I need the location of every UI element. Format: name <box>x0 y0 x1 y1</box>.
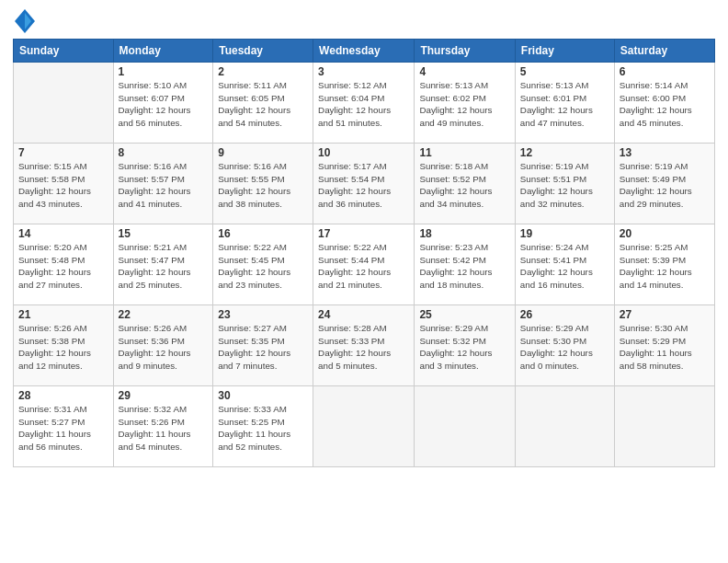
day-info: Sunrise: 5:16 AM Sunset: 5:57 PM Dayligh… <box>119 160 209 211</box>
day-number: 18 <box>419 227 509 240</box>
day-info: Sunrise: 5:19 AM Sunset: 5:49 PM Dayligh… <box>620 160 710 211</box>
day-info: Sunrise: 5:12 AM Sunset: 6:04 PM Dayligh… <box>318 79 409 130</box>
day-number: 12 <box>520 146 609 159</box>
day-info: Sunrise: 5:26 AM Sunset: 5:38 PM Dayligh… <box>18 322 108 373</box>
day-info: Sunrise: 5:28 AM Sunset: 5:33 PM Dayligh… <box>318 322 409 373</box>
day-number: 1 <box>119 65 209 78</box>
day-number: 20 <box>620 227 710 240</box>
day-info: Sunrise: 5:21 AM Sunset: 5:47 PM Dayligh… <box>119 241 209 292</box>
col-header-saturday: Saturday <box>614 40 714 63</box>
day-number: 28 <box>18 389 108 402</box>
day-number: 27 <box>620 308 710 321</box>
calendar-header-row: SundayMondayTuesdayWednesdayThursdayFrid… <box>14 40 715 63</box>
calendar-cell: 3Sunrise: 5:12 AM Sunset: 6:04 PM Daylig… <box>313 63 415 144</box>
col-header-thursday: Thursday <box>415 40 515 63</box>
col-header-monday: Monday <box>113 40 213 63</box>
calendar-cell: 12Sunrise: 5:19 AM Sunset: 5:51 PM Dayli… <box>515 144 614 224</box>
calendar-cell: 13Sunrise: 5:19 AM Sunset: 5:49 PM Dayli… <box>614 144 714 224</box>
day-number: 7 <box>18 146 108 159</box>
calendar-cell: 15Sunrise: 5:21 AM Sunset: 5:47 PM Dayli… <box>113 224 213 305</box>
day-info: Sunrise: 5:32 AM Sunset: 5:26 PM Dayligh… <box>119 403 209 454</box>
calendar-cell <box>614 386 714 467</box>
calendar-cell: 11Sunrise: 5:18 AM Sunset: 5:52 PM Dayli… <box>415 144 515 224</box>
day-number: 13 <box>620 146 710 159</box>
day-number: 9 <box>218 146 308 159</box>
day-number: 11 <box>419 146 509 159</box>
calendar-cell: 19Sunrise: 5:24 AM Sunset: 5:41 PM Dayli… <box>515 224 614 305</box>
day-info: Sunrise: 5:10 AM Sunset: 6:07 PM Dayligh… <box>119 79 209 130</box>
week-row-3: 14Sunrise: 5:20 AM Sunset: 5:48 PM Dayli… <box>14 224 715 305</box>
day-info: Sunrise: 5:29 AM Sunset: 5:30 PM Dayligh… <box>520 322 609 373</box>
calendar-cell <box>515 386 614 467</box>
logo-icon <box>15 9 35 33</box>
calendar-cell <box>415 386 515 467</box>
day-info: Sunrise: 5:29 AM Sunset: 5:32 PM Dayligh… <box>419 322 509 373</box>
calendar-cell: 30Sunrise: 5:33 AM Sunset: 5:25 PM Dayli… <box>213 386 313 467</box>
calendar-cell: 2Sunrise: 5:11 AM Sunset: 6:05 PM Daylig… <box>213 63 313 144</box>
day-info: Sunrise: 5:19 AM Sunset: 5:51 PM Dayligh… <box>520 160 609 211</box>
calendar-cell: 27Sunrise: 5:30 AM Sunset: 5:29 PM Dayli… <box>614 305 714 386</box>
day-number: 24 <box>318 308 409 321</box>
col-header-friday: Friday <box>515 40 614 63</box>
calendar-cell: 10Sunrise: 5:17 AM Sunset: 5:54 PM Dayli… <box>313 144 415 224</box>
day-info: Sunrise: 5:16 AM Sunset: 5:55 PM Dayligh… <box>218 160 308 211</box>
calendar-cell <box>14 63 114 144</box>
day-number: 10 <box>318 146 409 159</box>
day-number: 29 <box>119 389 209 402</box>
calendar-cell: 5Sunrise: 5:13 AM Sunset: 6:01 PM Daylig… <box>515 63 614 144</box>
day-number: 25 <box>419 308 509 321</box>
calendar-cell: 16Sunrise: 5:22 AM Sunset: 5:45 PM Dayli… <box>213 224 313 305</box>
header <box>13 9 715 33</box>
day-number: 21 <box>18 308 108 321</box>
day-info: Sunrise: 5:22 AM Sunset: 5:45 PM Dayligh… <box>218 241 308 292</box>
week-row-2: 7Sunrise: 5:15 AM Sunset: 5:58 PM Daylig… <box>14 144 715 224</box>
day-number: 6 <box>620 65 710 78</box>
day-number: 22 <box>119 308 209 321</box>
day-info: Sunrise: 5:23 AM Sunset: 5:42 PM Dayligh… <box>419 241 509 292</box>
col-header-wednesday: Wednesday <box>313 40 415 63</box>
calendar-cell: 6Sunrise: 5:14 AM Sunset: 6:00 PM Daylig… <box>614 63 714 144</box>
day-number: 2 <box>218 65 308 78</box>
day-info: Sunrise: 5:31 AM Sunset: 5:27 PM Dayligh… <box>18 403 108 454</box>
logo <box>13 9 35 33</box>
calendar-cell: 7Sunrise: 5:15 AM Sunset: 5:58 PM Daylig… <box>14 144 114 224</box>
day-number: 17 <box>318 227 409 240</box>
calendar-cell: 18Sunrise: 5:23 AM Sunset: 5:42 PM Dayli… <box>415 224 515 305</box>
calendar-cell: 28Sunrise: 5:31 AM Sunset: 5:27 PM Dayli… <box>14 386 114 467</box>
calendar-cell: 17Sunrise: 5:22 AM Sunset: 5:44 PM Dayli… <box>313 224 415 305</box>
day-number: 23 <box>218 308 308 321</box>
day-info: Sunrise: 5:26 AM Sunset: 5:36 PM Dayligh… <box>119 322 209 373</box>
calendar-cell: 9Sunrise: 5:16 AM Sunset: 5:55 PM Daylig… <box>213 144 313 224</box>
calendar-cell: 22Sunrise: 5:26 AM Sunset: 5:36 PM Dayli… <box>113 305 213 386</box>
logo-blue <box>13 9 35 33</box>
col-header-tuesday: Tuesday <box>213 40 313 63</box>
day-number: 3 <box>318 65 409 78</box>
week-row-5: 28Sunrise: 5:31 AM Sunset: 5:27 PM Dayli… <box>14 386 715 467</box>
calendar-cell: 21Sunrise: 5:26 AM Sunset: 5:38 PM Dayli… <box>14 305 114 386</box>
calendar-cell: 1Sunrise: 5:10 AM Sunset: 6:07 PM Daylig… <box>113 63 213 144</box>
day-number: 16 <box>218 227 308 240</box>
calendar-cell: 20Sunrise: 5:25 AM Sunset: 5:39 PM Dayli… <box>614 224 714 305</box>
day-info: Sunrise: 5:13 AM Sunset: 6:01 PM Dayligh… <box>520 79 609 130</box>
day-info: Sunrise: 5:13 AM Sunset: 6:02 PM Dayligh… <box>419 79 509 130</box>
day-info: Sunrise: 5:25 AM Sunset: 5:39 PM Dayligh… <box>620 241 710 292</box>
day-info: Sunrise: 5:17 AM Sunset: 5:54 PM Dayligh… <box>318 160 409 211</box>
calendar-cell: 4Sunrise: 5:13 AM Sunset: 6:02 PM Daylig… <box>415 63 515 144</box>
day-info: Sunrise: 5:30 AM Sunset: 5:29 PM Dayligh… <box>620 322 710 373</box>
calendar-cell: 29Sunrise: 5:32 AM Sunset: 5:26 PM Dayli… <box>113 386 213 467</box>
calendar-cell <box>313 386 415 467</box>
week-row-4: 21Sunrise: 5:26 AM Sunset: 5:38 PM Dayli… <box>14 305 715 386</box>
calendar-cell: 8Sunrise: 5:16 AM Sunset: 5:57 PM Daylig… <box>113 144 213 224</box>
day-number: 8 <box>119 146 209 159</box>
day-number: 30 <box>218 389 308 402</box>
day-info: Sunrise: 5:14 AM Sunset: 6:00 PM Dayligh… <box>620 79 710 130</box>
day-number: 5 <box>520 65 609 78</box>
calendar: SundayMondayTuesdayWednesdayThursdayFrid… <box>13 39 715 467</box>
day-info: Sunrise: 5:22 AM Sunset: 5:44 PM Dayligh… <box>318 241 409 292</box>
day-number: 26 <box>520 308 609 321</box>
day-number: 19 <box>520 227 609 240</box>
col-header-sunday: Sunday <box>14 40 114 63</box>
calendar-cell: 25Sunrise: 5:29 AM Sunset: 5:32 PM Dayli… <box>415 305 515 386</box>
day-info: Sunrise: 5:33 AM Sunset: 5:25 PM Dayligh… <box>218 403 308 454</box>
calendar-cell: 26Sunrise: 5:29 AM Sunset: 5:30 PM Dayli… <box>515 305 614 386</box>
